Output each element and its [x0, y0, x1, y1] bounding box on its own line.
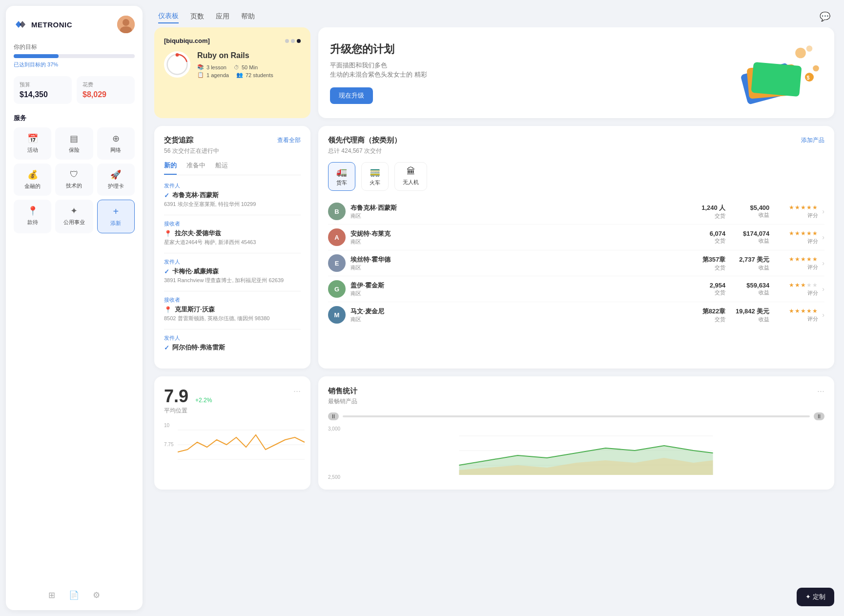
agent-arrow-0[interactable]: › — [822, 207, 824, 215]
avg-more-icon[interactable]: ··· — [293, 386, 301, 396]
agent-row-4: M 马文·麦金尼 南区 第822章 交货 19,842 美元 收益 ★★★★★ — [328, 302, 824, 328]
agent-trades-1: 6,074 交货 — [686, 230, 725, 245]
lessons-icon: 📚 — [197, 64, 204, 70]
customize-button[interactable]: ✦ 定制 — [797, 588, 834, 606]
chat-icon[interactable]: 💬 — [820, 11, 830, 22]
nav-help[interactable]: 帮助 — [241, 10, 255, 23]
agent-region-2: 南区 — [350, 264, 686, 271]
delivery-header: 交货追踪 查看全部 — [164, 136, 301, 145]
progress-bar-bg — [14, 54, 135, 58]
user-avatar[interactable] — [117, 16, 135, 33]
tab-new[interactable]: 新的 — [164, 161, 177, 175]
tab-preparing[interactable]: 准备中 — [186, 161, 206, 175]
service-public[interactable]: ✦ 公用事业 — [55, 200, 93, 233]
check-icon-4: ✓ — [164, 344, 169, 351]
agent-arrow-2[interactable]: › — [822, 259, 824, 267]
role-4: 发件人 — [164, 334, 301, 342]
agents-header: 领先代理商（按类别） 添加产品 — [328, 136, 824, 145]
sidebar-footer: ⊞ 📄 ⚙ — [14, 582, 135, 600]
service-network[interactable]: ⊕ 网络 — [97, 127, 135, 160]
range-slider-container: II II — [328, 412, 824, 420]
agent-name-3: 盖伊·霍金斯 — [350, 281, 686, 290]
range-right-handle[interactable]: II — [814, 412, 824, 420]
agenda-icon: 📋 — [197, 72, 204, 78]
name-3: 📍 克里斯汀·沃森 — [164, 305, 301, 314]
sales-header: 销售统计 ··· — [328, 386, 824, 396]
agent-rating-1: ★★★★★ 评分 — [769, 230, 818, 245]
agent-info-1: 安妮特·布莱克 南区 — [350, 229, 686, 246]
top-row: [biqubiqu.com] — [154, 27, 834, 118]
agent-name-0: 布鲁克林·西蒙斯 — [350, 204, 686, 212]
service-tech[interactable]: 🛡 技术的 — [55, 164, 93, 196]
name-0: ✓ 布鲁克林·西蒙斯 — [164, 191, 301, 200]
nursing-icon: 🚀 — [110, 169, 121, 180]
cat-tab-train[interactable]: 🚃 火车 — [361, 162, 389, 191]
agent-trades-2: 第357章 交货 — [686, 255, 725, 271]
agent-avatar-0: B — [328, 203, 346, 220]
sales-y-2500: 2,500 — [328, 474, 340, 480]
agent-row-0: B 布鲁克林·西蒙斯 南区 1,240 人 交货 $5,400 收益 ★★★★ — [328, 199, 824, 225]
agent-avatar-1: A — [328, 228, 346, 246]
tab-shipping[interactable]: 船运 — [215, 161, 228, 175]
chart-y-775: 7.75 — [164, 442, 173, 447]
file-icon[interactable]: 📄 — [69, 590, 79, 600]
avg-label: 平均位置 — [164, 407, 212, 415]
agent-revenue-0: $5,400 收益 — [725, 204, 769, 219]
delivery-entry-0: 发件人 ✓ 布鲁克林·西蒙斯 6391 埃尔全至塞莱斯, 特拉华州 10299 — [164, 182, 301, 208]
service-activity-label: 活动 — [27, 146, 38, 154]
add-product-button[interactable]: 添加产品 — [801, 136, 824, 144]
course-info: Ruby on Rails 📚 3 lesson ⏱ 50 Min 📋 1 ag… — [197, 51, 273, 78]
agent-trades-0: 1,240 人 交货 — [686, 204, 725, 220]
service-finance[interactable]: 💰 金融的 — [14, 164, 51, 196]
duration-icon: ⏱ — [234, 64, 239, 70]
name-4: ✓ 阿尔伯特·弗洛雷斯 — [164, 343, 301, 352]
sales-card: 销售统计 ··· 最畅销产品 II II 3,000 2,500 — [318, 376, 834, 490]
service-add-label: 添新 — [110, 220, 121, 227]
role-2: 发件人 — [164, 258, 301, 266]
course-card-header: [biqubiqu.com] — [164, 37, 301, 44]
avg-chart: 10 7.75 — [164, 423, 301, 472]
check-icon-2: ✓ — [164, 268, 169, 275]
nav-pages[interactable]: 页数 — [190, 10, 204, 23]
cat-tab-drone[interactable]: 🏛 无人机 — [394, 162, 427, 191]
logo: METRONIC — [14, 19, 72, 30]
agent-arrow-4[interactable]: › — [822, 311, 824, 319]
course-lessons: 📚 3 lesson ⏱ 50 Min — [197, 64, 273, 70]
agent-rating-3: ★★★★★ 评分 — [769, 282, 818, 297]
nav-dashboard[interactable]: 仪表板 — [158, 10, 179, 23]
svg-text:$: $ — [807, 75, 810, 81]
service-add[interactable]: + 添新 — [97, 200, 135, 233]
layers-icon[interactable]: ⊞ — [48, 590, 55, 600]
service-nursing[interactable]: 🚀 护理卡 — [97, 164, 135, 196]
agent-rating-2: ★★★★★ 评分 — [769, 256, 818, 271]
range-left-handle[interactable]: II — [328, 412, 339, 420]
students-icon: 👥 — [236, 72, 243, 78]
goal-label: 你的目标 — [14, 43, 135, 51]
delivery-entry-3: 接收者 📍 克里斯汀·沃森 8502 普雷斯顿路, 英格尔伍德, 缅因州 983… — [164, 296, 301, 322]
agent-arrow-1[interactable]: › — [822, 233, 824, 241]
agent-avatar-3: G — [328, 280, 346, 298]
sales-title: 销售统计 — [328, 387, 357, 396]
expense-label: 花费 — [82, 81, 129, 88]
view-all-link[interactable]: 查看全部 — [277, 136, 301, 144]
service-activity[interactable]: 📅 活动 — [14, 127, 51, 160]
cat-tab-truck[interactable]: 🚛 货车 — [328, 162, 355, 191]
agent-info-0: 布鲁克林·西蒙斯 南区 — [350, 204, 686, 220]
agent-arrow-3[interactable]: › — [822, 285, 824, 293]
activity-icon: 📅 — [27, 133, 38, 144]
addr-3: 8502 普雷斯顿路, 英格尔伍德, 缅因州 98380 — [164, 315, 301, 322]
main-content: [biqubiqu.com] — [148, 27, 838, 610]
sales-more-icon[interactable]: ··· — [817, 386, 824, 396]
agent-rating-4: ★★★★★ 评分 — [769, 308, 818, 323]
upgrade-button[interactable]: 现在升级 — [330, 87, 373, 104]
finance-icon: 💰 — [27, 169, 38, 180]
settings-icon[interactable]: ⚙ — [93, 590, 100, 600]
budget-row: 预算 $14,350 花费 $8,029 — [14, 76, 135, 104]
nav-apps[interactable]: 应用 — [216, 10, 229, 23]
agent-region-0: 南区 — [350, 212, 686, 220]
service-reception[interactable]: 📍 款待 — [14, 200, 51, 233]
service-insurance[interactable]: ▤ 保险 — [55, 127, 93, 160]
train-icon: 🚃 — [370, 166, 380, 177]
budget-card: 预算 $14,350 — [14, 76, 72, 104]
avg-change: +2.2% — [195, 397, 212, 404]
